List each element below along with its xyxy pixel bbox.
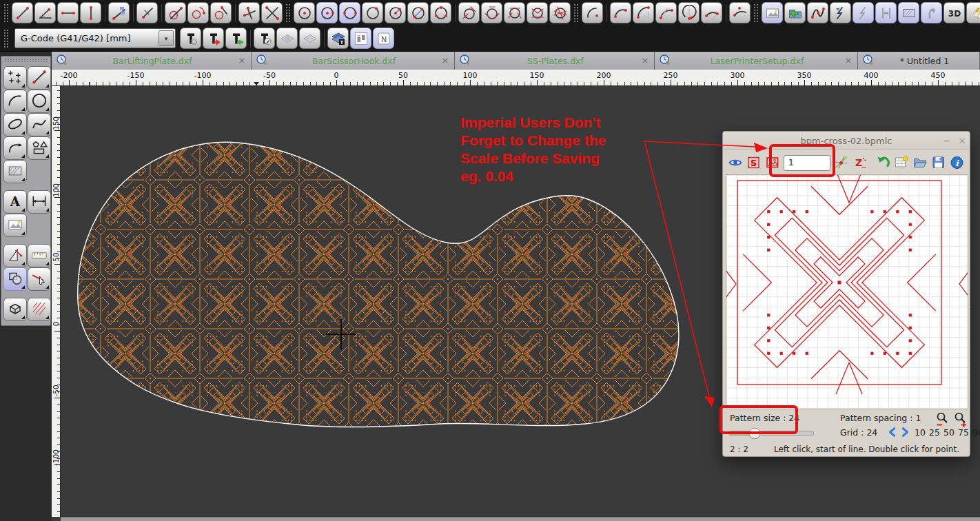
palette-line-button[interactable]	[28, 66, 51, 90]
path-blue-button[interactable]	[830, 2, 851, 23]
info-icon[interactable]: i	[950, 155, 965, 170]
line-button[interactable]	[12, 2, 33, 23]
cleanup-button[interactable]	[966, 2, 980, 23]
palette-circle-tool-button[interactable]	[28, 90, 51, 113]
circle-3point-button[interactable]	[430, 2, 451, 23]
tab--untitled-1[interactable]: * Untitled 1	[858, 52, 980, 70]
circle-2point-button[interactable]	[339, 2, 360, 23]
palette-dimension-button[interactable]	[28, 190, 51, 214]
grid-preset-50[interactable]: 50	[943, 427, 955, 438]
grid-next-button[interactable]	[899, 427, 910, 438]
cross-tangent-button[interactable]	[238, 2, 260, 23]
cross-lines-button[interactable]	[261, 2, 283, 23]
arc-button[interactable]	[582, 2, 603, 23]
circle-radius-button[interactable]	[385, 2, 406, 23]
grid-preset-75[interactable]: 75	[958, 427, 969, 438]
rays-icon[interactable]	[834, 155, 849, 170]
tab-ss-plates-dxf[interactable]: SS-Plates.dxf×	[455, 52, 655, 70]
dialog-title-bar[interactable]: ×× bpm-cross-02.bpmlc − ×	[723, 132, 970, 150]
palette-points-button[interactable]	[3, 66, 27, 90]
n-command-button[interactable]: N	[373, 28, 394, 49]
arc-corner-button[interactable]	[633, 2, 654, 23]
slider-thumb[interactable]	[748, 427, 760, 439]
new-icon[interactable]	[894, 155, 909, 170]
circle-center-button[interactable]	[294, 2, 315, 23]
line-horizontal-button[interactable]	[57, 2, 79, 23]
arc-continue-button[interactable]	[701, 2, 722, 23]
close-icon[interactable]: ×	[844, 56, 853, 65]
path-gap-button[interactable]	[875, 2, 897, 23]
angle-snap-button[interactable]	[108, 2, 130, 23]
postprocessor-select[interactable]: G-Code (G41/G42) [mm] ▾	[14, 28, 176, 48]
palette-shapes-button[interactable]	[28, 136, 51, 160]
eye-icon[interactable]	[728, 155, 743, 170]
palette-arc-tool-button[interactable]	[3, 90, 27, 113]
arc-vertical-button[interactable]	[678, 2, 700, 23]
palette-ruler-tool-button[interactable]	[28, 244, 51, 267]
hatch-region-button[interactable]	[898, 2, 919, 23]
tab-barliftingplate-dxf[interactable]: BarLiftingPlate.dxf×	[52, 52, 252, 70]
image-insert-button[interactable]	[762, 2, 783, 23]
tangent-line-button[interactable]	[136, 2, 158, 23]
minimize-button[interactable]: −	[939, 135, 955, 146]
palette-image-insert-button[interactable]	[3, 214, 27, 237]
pattern-dialog[interactable]: ×× bpm-cross-02.bpmlc − × SZi Pattern si…	[722, 131, 970, 457]
circle-tangent-button[interactable]	[165, 2, 186, 23]
zorder-icon[interactable]: Z	[853, 155, 868, 170]
circle-tan6-button[interactable]	[549, 2, 571, 23]
arc-point-button[interactable]	[729, 2, 751, 23]
horizontal-scrollbar[interactable]	[61, 517, 980, 521]
grid-preset-10[interactable]: 10	[915, 427, 926, 438]
line-vertical-button[interactable]	[80, 2, 101, 23]
close-icon[interactable]: ×	[440, 56, 450, 65]
arc-endpoints-button[interactable]	[610, 2, 631, 23]
close-icon[interactable]: ×	[237, 56, 247, 65]
plate-flat2-button[interactable]	[299, 28, 320, 49]
palette-select-shape-button[interactable]	[3, 267, 27, 291]
tab-laserprintersetup-dxf[interactable]: LaserPrinterSetup.dxf×	[655, 52, 858, 70]
sgrid-icon[interactable]: S	[746, 155, 762, 170]
palette-measure-button[interactable]	[3, 244, 27, 267]
3d-view-button[interactable]: 3D	[943, 2, 965, 23]
spline-button[interactable]	[807, 2, 828, 23]
circle-diameter-button[interactable]	[407, 2, 429, 23]
circle-plain-button[interactable]	[362, 2, 383, 23]
scale-input[interactable]	[784, 155, 830, 171]
line-angle-button[interactable]	[34, 2, 56, 23]
palette-select-line-button[interactable]	[28, 267, 51, 291]
circle-tan2-button[interactable]	[458, 2, 480, 23]
arrange-layout-button[interactable]	[350, 28, 371, 49]
circle-angle-button[interactable]	[187, 2, 209, 23]
palette-solid-3d-button[interactable]	[3, 298, 27, 321]
close-icon[interactable]: ×	[640, 56, 650, 65]
plates-stack-button[interactable]: T	[327, 28, 349, 49]
tool-import-button[interactable]	[225, 28, 247, 49]
circle-point-button[interactable]	[316, 2, 338, 23]
pattern-preview[interactable]	[726, 174, 968, 409]
rotate-up-button[interactable]	[921, 2, 942, 23]
chevron-down-icon[interactable]: ▾	[159, 30, 174, 46]
circle-tan4-button[interactable]	[504, 2, 525, 23]
circle-tan5-button[interactable]	[527, 2, 548, 23]
open-icon[interactable]	[912, 155, 928, 170]
plate-flat-button[interactable]	[276, 28, 298, 49]
import-file-button[interactable]	[784, 2, 806, 23]
circle-tangent-point-button[interactable]	[210, 2, 232, 23]
drawing-canvas[interactable]: Imperial Users Don'tForget to Change the…	[61, 86, 980, 517]
grid-preset-25[interactable]: 25	[929, 427, 940, 438]
palette-hatch-lines-button[interactable]	[28, 298, 51, 321]
arc-tangent-button[interactable]	[655, 2, 677, 23]
palette-spline-tool-button[interactable]	[28, 113, 51, 136]
tab-barscissorhook-dxf[interactable]: BarScissorHook.dxf×	[252, 52, 455, 70]
image-icon[interactable]	[765, 155, 780, 170]
path-ghost-button[interactable]	[853, 2, 874, 23]
close-button[interactable]: ×	[955, 135, 970, 146]
palette-text-tool-button[interactable]: A	[3, 190, 27, 214]
palette-curve-button[interactable]	[3, 136, 27, 160]
circle-tan3-button[interactable]	[481, 2, 502, 23]
palette-hatch-region-button[interactable]	[3, 160, 27, 183]
grid-preset-90[interactable]: 90	[972, 427, 980, 438]
tool-export-button[interactable]	[203, 28, 224, 49]
tool-edit-button[interactable]	[254, 28, 275, 49]
undo-icon[interactable]	[875, 155, 890, 170]
